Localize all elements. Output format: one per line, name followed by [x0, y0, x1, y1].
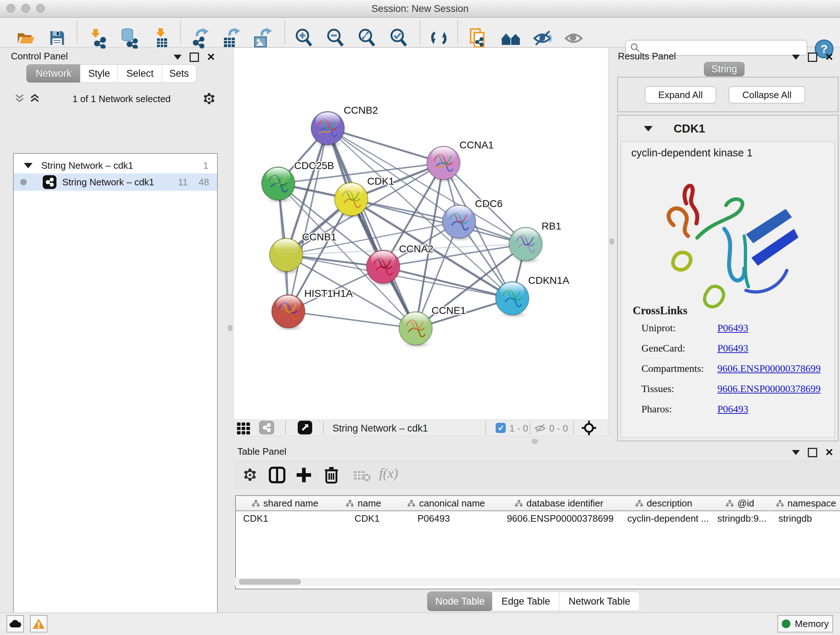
table-cell[interactable]: CDK1: [334, 511, 393, 526]
open-session-icon[interactable]: [15, 27, 36, 49]
birds-eye-view-icon[interactable]: [298, 421, 312, 434]
refresh-layout-icon[interactable]: [428, 27, 449, 49]
network-canvas[interactable]: CCNB2CCNA1CDC25BCDK1CDC6RB1CCNB1CCNA2CDK…: [233, 48, 608, 420]
tab-edge-table[interactable]: Edge Table: [492, 592, 560, 611]
export-image-icon[interactable]: [252, 27, 273, 49]
column-header-description[interactable]: description: [619, 496, 709, 511]
tree-expand-icon[interactable]: [24, 163, 33, 168]
grid-view-icon[interactable]: [236, 422, 253, 435]
float-panel-icon[interactable]: [792, 450, 800, 455]
float-panel-icon[interactable]: [174, 55, 182, 60]
table-cell[interactable]: stringdb:9...: [709, 511, 771, 526]
crosslink-uniprot-link[interactable]: P06493: [717, 322, 821, 334]
network-edge[interactable]: [288, 311, 416, 328]
selected-nodes-checkbox-icon[interactable]: [496, 423, 506, 433]
network-node-CCNB2[interactable]: CCNB2: [311, 105, 378, 148]
import-network-file-icon[interactable]: [88, 27, 109, 49]
network-row-selected[interactable]: String Network – cdk1 11 48: [14, 173, 217, 191]
maximize-panel-icon[interactable]: [808, 52, 817, 62]
import-network-database-icon[interactable]: [118, 27, 140, 49]
column-header-database-identifier[interactable]: database identifier: [500, 496, 619, 511]
column-header-namespace[interactable]: namespace: [771, 496, 840, 511]
show-all-eye-icon[interactable]: [564, 27, 584, 49]
network-node-CDC6[interactable]: CDC6: [442, 198, 502, 241]
collapse-all-icon[interactable]: [14, 93, 26, 104]
export-table-icon[interactable]: [220, 27, 241, 49]
node-label-CCNB2: CCNB2: [344, 105, 378, 116]
table-horizontal-scrollbar[interactable]: [235, 578, 840, 586]
maximize-panel-icon[interactable]: [189, 52, 199, 62]
right-splitter-handle[interactable]: [609, 238, 614, 245]
tab-network-table[interactable]: Network Table: [559, 592, 640, 611]
network-node-HIST1H1A[interactable]: HIST1H1A: [272, 288, 353, 331]
node-label-CDKN1A: CDKN1A: [528, 275, 569, 286]
cloud-icon: [9, 619, 21, 628]
table-cell[interactable]: P06493: [393, 511, 500, 526]
memory-button[interactable]: Memory: [777, 615, 833, 632]
maximize-panel-icon[interactable]: [808, 448, 817, 457]
gear-icon[interactable]: [202, 92, 216, 106]
close-panel-icon[interactable]: ✕: [825, 52, 834, 62]
tab-select[interactable]: Select: [118, 65, 163, 82]
tab-style[interactable]: Style: [80, 65, 118, 82]
column-label: database identifier: [526, 498, 603, 509]
collapse-gene-icon[interactable]: [644, 126, 653, 131]
tab-sets[interactable]: Sets: [162, 65, 196, 82]
string-view-icon[interactable]: [259, 421, 274, 434]
table-cell[interactable]: CDK1: [236, 511, 334, 526]
import-table-file-icon[interactable]: [151, 27, 172, 49]
tab-string[interactable]: String: [704, 62, 745, 76]
crosslink-compartments-link[interactable]: 9606.ENSP00000378699: [717, 363, 821, 374]
table-panel-controls: ✕: [792, 448, 834, 458]
export-network-icon[interactable]: [189, 27, 210, 49]
tab-network[interactable]: Network: [27, 65, 81, 82]
zoom-fit-icon[interactable]: [356, 27, 377, 49]
table-cell[interactable]: cyclin-dependent ...: [619, 511, 709, 526]
zoom-selected-icon[interactable]: [388, 27, 409, 49]
network-row-label: String Network – cdk1: [62, 177, 178, 188]
expand-all-button[interactable]: Expand All: [645, 86, 716, 103]
column-header-id[interactable]: @id: [709, 496, 772, 511]
crosslink-genecard-link[interactable]: P06493: [717, 342, 821, 354]
network-node-CCNA1[interactable]: CCNA1: [427, 139, 494, 183]
left-splitter-handle[interactable]: [227, 325, 233, 331]
scrollbar-thumb[interactable]: [239, 579, 301, 585]
gene-section-header[interactable]: CDK1: [618, 116, 838, 141]
table-cell[interactable]: stringdb: [771, 511, 840, 526]
show-columns-icon[interactable]: [268, 466, 286, 484]
network-collection-row[interactable]: String Network – cdk1 1: [14, 157, 217, 173]
table-cell[interactable]: 9606.ENSP00000378699: [500, 511, 619, 526]
collapse-all-button[interactable]: Collapse All: [729, 86, 805, 103]
close-panel-icon[interactable]: ✕: [207, 52, 215, 62]
network-edge[interactable]: [288, 128, 328, 311]
column-header-name[interactable]: name: [334, 496, 393, 511]
zoom-out-icon[interactable]: [325, 27, 346, 49]
float-panel-icon[interactable]: [792, 55, 800, 60]
hide-selected-eye-icon[interactable]: [532, 27, 553, 49]
table-gear-icon[interactable]: [242, 467, 258, 483]
save-session-icon[interactable]: [47, 27, 68, 49]
warning-button[interactable]: [30, 615, 47, 632]
network-node-CCNE1[interactable]: CCNE1: [399, 305, 466, 348]
network-graph[interactable]: CCNB2CCNA1CDC25BCDK1CDC6RB1CCNB1CCNA2CDK…: [234, 48, 608, 420]
close-panel-icon[interactable]: ✕: [825, 448, 834, 458]
expand-all-icon[interactable]: [29, 93, 41, 104]
network-node-RB1[interactable]: RB1: [509, 220, 561, 264]
delete-table-icon: [353, 469, 372, 483]
delete-column-icon[interactable]: [324, 466, 339, 484]
memory-label: Memory: [795, 618, 829, 630]
column-header-shared-name[interactable]: shared name: [236, 496, 335, 511]
first-neighbors-icon[interactable]: [468, 27, 489, 49]
hidden-eye-icon[interactable]: [534, 423, 546, 434]
zoom-in-icon[interactable]: [294, 27, 314, 49]
tab-node-table[interactable]: Node Table: [427, 592, 493, 611]
create-column-icon[interactable]: [295, 466, 313, 484]
network-edge[interactable]: [328, 128, 444, 163]
fit-selected-crosshair-icon[interactable]: [581, 420, 597, 436]
home-icon[interactable]: [500, 27, 521, 49]
crosslink-tissues-link[interactable]: 9606.ENSP00000378699: [717, 383, 821, 394]
column-header-canonical-name[interactable]: canonical name: [393, 496, 500, 511]
cloud-button[interactable]: [6, 615, 24, 632]
network-node-CDKN1A[interactable]: CDKN1A: [496, 275, 569, 318]
crosslink-pharos-link[interactable]: P06493: [717, 403, 821, 415]
